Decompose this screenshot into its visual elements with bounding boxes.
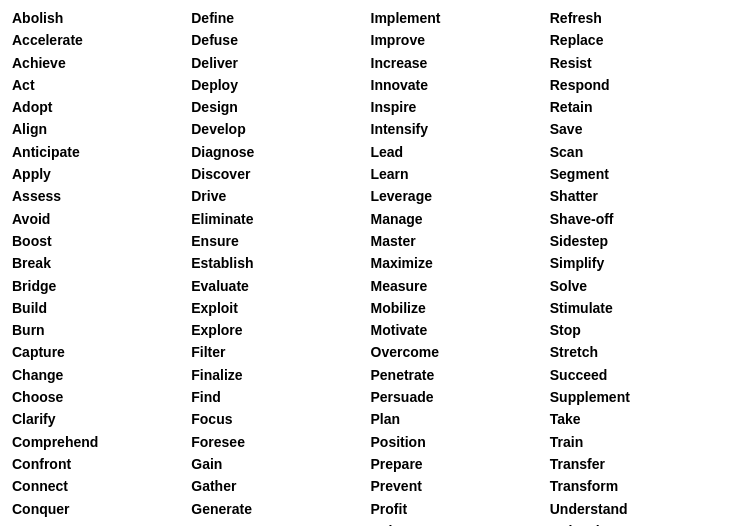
word-item: Apply	[12, 164, 191, 184]
word-item: Generate	[191, 499, 370, 519]
word-item: Explore	[191, 320, 370, 340]
word-item: Mobilize	[371, 298, 550, 318]
word-item: Confront	[12, 454, 191, 474]
word-item: Build	[12, 298, 191, 318]
word-item: Simplify	[550, 253, 729, 273]
word-item: Adopt	[12, 97, 191, 117]
column-3: ImplementImproveIncreaseInnovateInspireI…	[371, 8, 550, 526]
word-item: Intensify	[371, 119, 550, 139]
word-item: Profit	[371, 499, 550, 519]
word-item: Foresee	[191, 432, 370, 452]
word-item: Prepare	[371, 454, 550, 474]
word-item: Conquer	[12, 499, 191, 519]
word-item: Convert	[12, 521, 191, 526]
word-item: Succeed	[550, 365, 729, 385]
word-item: Align	[12, 119, 191, 139]
word-item: Avoid	[12, 209, 191, 229]
word-item: Understand	[550, 499, 729, 519]
word-item: Burn	[12, 320, 191, 340]
word-item: Eliminate	[191, 209, 370, 229]
word-item: Design	[191, 97, 370, 117]
word-item: Break	[12, 253, 191, 273]
word-item: Motivate	[371, 320, 550, 340]
word-item: Choose	[12, 387, 191, 407]
word-item: Maximize	[371, 253, 550, 273]
word-item: Deliver	[191, 53, 370, 73]
word-item: Gain	[191, 454, 370, 474]
word-item: Deploy	[191, 75, 370, 95]
word-item: Increase	[371, 53, 550, 73]
word-item: Inspire	[371, 97, 550, 117]
word-item: Penetrate	[371, 365, 550, 385]
word-item: Raise	[371, 521, 550, 526]
word-item: Supplement	[550, 387, 729, 407]
word-item: Implement	[371, 8, 550, 28]
column-2: DefineDefuseDeliverDeployDesignDevelopDi…	[191, 8, 370, 526]
word-item: Accelerate	[12, 30, 191, 50]
word-item: Discover	[191, 164, 370, 184]
word-item: Plan	[371, 409, 550, 429]
word-item: Establish	[191, 253, 370, 273]
word-item: Refresh	[550, 8, 729, 28]
word-item: Find	[191, 387, 370, 407]
word-item: Connect	[12, 476, 191, 496]
word-item: Stretch	[550, 342, 729, 362]
word-item: Exploit	[191, 298, 370, 318]
word-item: Comprehend	[12, 432, 191, 452]
word-item: Solve	[550, 276, 729, 296]
word-item: Assess	[12, 186, 191, 206]
word-item: Take	[550, 409, 729, 429]
word-item: Stop	[550, 320, 729, 340]
word-item: Drive	[191, 186, 370, 206]
word-item: Abolish	[12, 8, 191, 28]
word-item: Sidestep	[550, 231, 729, 251]
word-item: Achieve	[12, 53, 191, 73]
word-item: Develop	[191, 119, 370, 139]
word-item: Define	[191, 8, 370, 28]
word-item: Gather	[191, 476, 370, 496]
word-item: Filter	[191, 342, 370, 362]
word-item: Overcome	[371, 342, 550, 362]
word-item: Transform	[550, 476, 729, 496]
word-item: Unleash	[550, 521, 729, 526]
word-item: Clarify	[12, 409, 191, 429]
word-item: Focus	[191, 409, 370, 429]
word-item: Shatter	[550, 186, 729, 206]
word-item: Ensure	[191, 231, 370, 251]
word-item: Grasp	[191, 521, 370, 526]
word-item: Replace	[550, 30, 729, 50]
word-item: Master	[371, 231, 550, 251]
word-item: Leverage	[371, 186, 550, 206]
word-item: Transfer	[550, 454, 729, 474]
word-item: Defuse	[191, 30, 370, 50]
word-item: Improve	[371, 30, 550, 50]
word-item: Respond	[550, 75, 729, 95]
word-item: Evaluate	[191, 276, 370, 296]
word-item: Shave-off	[550, 209, 729, 229]
word-item: Scan	[550, 142, 729, 162]
word-item: Act	[12, 75, 191, 95]
word-item: Capture	[12, 342, 191, 362]
word-item: Lead	[371, 142, 550, 162]
word-item: Boost	[12, 231, 191, 251]
word-item: Innovate	[371, 75, 550, 95]
word-item: Save	[550, 119, 729, 139]
word-item: Anticipate	[12, 142, 191, 162]
word-item: Learn	[371, 164, 550, 184]
word-item: Retain	[550, 97, 729, 117]
word-item: Change	[12, 365, 191, 385]
column-4: RefreshReplaceResistRespondRetainSaveSca…	[550, 8, 729, 526]
word-item: Position	[371, 432, 550, 452]
word-item: Manage	[371, 209, 550, 229]
column-1: AbolishAccelerateAchieveActAdoptAlignAnt…	[12, 8, 191, 526]
word-item: Measure	[371, 276, 550, 296]
word-item: Segment	[550, 164, 729, 184]
word-item: Prevent	[371, 476, 550, 496]
word-list-container: AbolishAccelerateAchieveActAdoptAlignAnt…	[12, 8, 729, 526]
word-item: Persuade	[371, 387, 550, 407]
word-item: Stimulate	[550, 298, 729, 318]
word-item: Diagnose	[191, 142, 370, 162]
word-item: Bridge	[12, 276, 191, 296]
word-item: Resist	[550, 53, 729, 73]
word-item: Finalize	[191, 365, 370, 385]
